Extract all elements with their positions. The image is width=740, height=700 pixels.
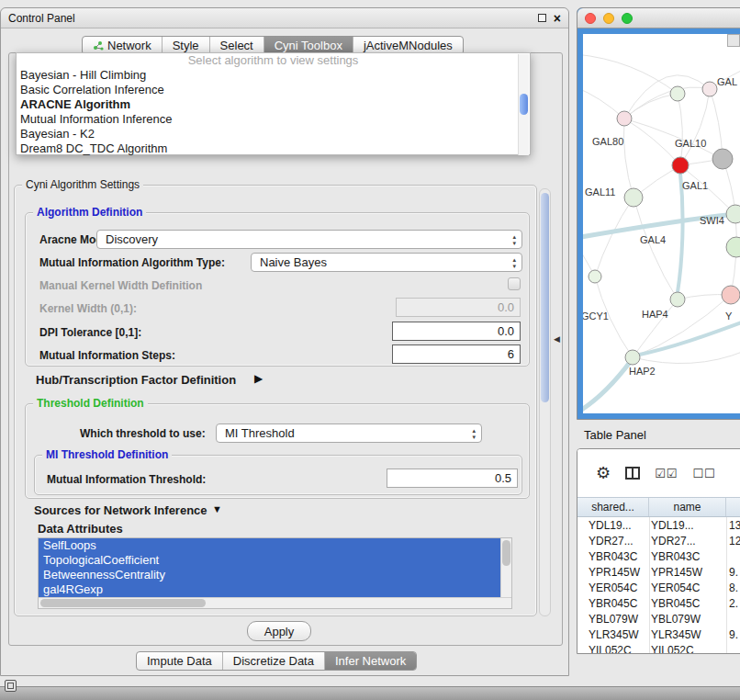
table-row[interactable]: YPR145W YPR145W 9.	[577, 564, 740, 580]
control-panel-titlebar[interactable]: Control Panel ×	[1, 8, 568, 28]
algorithm-option-selected[interactable]: ARACNE Algorithm	[17, 97, 530, 112]
network-node[interactable]	[726, 237, 740, 257]
tab-discretize-data[interactable]: Discretize Data	[222, 652, 324, 670]
apply-button[interactable]: Apply	[247, 621, 311, 641]
column-header-clipped[interactable]	[726, 498, 740, 516]
list-item[interactable]: BetweennessCentrality	[39, 568, 501, 582]
data-attributes-list[interactable]: SelfLoops TopologicalCoefficient Between…	[38, 537, 512, 609]
algorithm-option[interactable]: Basic Correlation Inference	[17, 83, 530, 97]
mi-steps-field[interactable]: 6	[392, 344, 521, 364]
node-label: HAP2	[629, 366, 656, 377]
cell: YPR145W	[577, 566, 649, 579]
node-label: GAL	[717, 76, 737, 87]
algorithm-prompt: Select algorithm to view settings	[17, 53, 530, 68]
cell: YDR27...	[649, 535, 726, 548]
table-row[interactable]: YDR27... YDR27... 12	[577, 533, 740, 548]
table-row[interactable]: YDL19... YDL19... 13	[577, 517, 740, 533]
settings-scrollbar[interactable]	[539, 188, 551, 616]
cell: YIL052C	[577, 644, 649, 655]
network-node[interactable]	[712, 149, 733, 169]
table-row[interactable]: YLR345W YLR345W 9.	[577, 627, 740, 642]
popup-scrollbar[interactable]	[518, 54, 529, 155]
cell: 9.	[726, 628, 740, 641]
gear-icon[interactable]: ⚙	[596, 465, 611, 481]
network-node[interactable]	[617, 111, 632, 126]
network-window-titlebar[interactable]	[577, 8, 740, 28]
table-row[interactable]: YBR043C YBR043C	[577, 548, 740, 564]
algorithm-option[interactable]: Mutual Information Inference	[17, 112, 530, 127]
close-traffic-light[interactable]	[585, 13, 596, 24]
scrollbar-thumb[interactable]	[541, 193, 549, 402]
kernel-width-label: Kernel Width (0,1):	[39, 302, 137, 315]
mi-threshold-label: Mutual Information Threshold:	[47, 473, 206, 486]
node-label: GAL11	[585, 186, 615, 198]
network-node[interactable]	[670, 292, 685, 307]
tab-infer-network[interactable]: Infer Network	[324, 652, 416, 670]
sources-collapse-icon[interactable]: ▼	[212, 503, 222, 514]
dpi-tolerance-label: DPI Tolerance [0,1]:	[39, 326, 141, 339]
list-horizontal-scrollbar[interactable]	[39, 597, 511, 608]
network-node[interactable]	[589, 270, 601, 283]
data-attributes-label: Data Attributes	[38, 522, 123, 536]
close-icon[interactable]: ×	[554, 13, 561, 24]
manual-kernel-label: Manual Kernel Width Definition	[39, 279, 202, 292]
network-node[interactable]	[726, 205, 740, 223]
network-node[interactable]	[672, 157, 689, 174]
kernel-width-value: 0.0	[498, 300, 514, 314]
node-label: GAL1	[682, 180, 708, 191]
network-node[interactable]	[624, 188, 643, 207]
tab-jactivemnodules-label: jActiveMNodules	[364, 39, 453, 52]
select-all-icon[interactable]: ☑☑	[655, 467, 678, 480]
control-panel-title: Control Panel	[8, 12, 75, 25]
network-node[interactable]	[722, 286, 740, 304]
manual-kernel-checkbox[interactable]	[508, 277, 521, 290]
network-node[interactable]	[702, 82, 717, 96]
tab-impute-data[interactable]: Impute Data	[137, 652, 222, 670]
list-item[interactable]: SelfLoops	[39, 538, 501, 553]
mi-threshold-field[interactable]: 0.5	[387, 469, 518, 488]
float-window-icon[interactable]	[538, 14, 546, 22]
columns-icon[interactable]	[625, 467, 640, 480]
mi-type-select[interactable]: Naive Bayes ▴ ▾	[251, 253, 522, 272]
table-row[interactable]: YBL079W YBL079W	[577, 611, 740, 627]
scrollbar-thumb[interactable]	[502, 540, 510, 566]
network-node[interactable]	[670, 86, 685, 101]
table-row[interactable]: YBR045C YBR045C 2.	[577, 595, 740, 611]
cell: YLR345W	[577, 628, 649, 641]
column-header-name[interactable]: name	[649, 498, 726, 516]
dpi-tolerance-field[interactable]: 0.0	[392, 322, 521, 341]
table-row[interactable]: YIL052C YIL052C	[577, 642, 740, 654]
cell: YIL052C	[649, 644, 726, 655]
network-highlight-edges	[583, 174, 740, 413]
zoom-traffic-light[interactable]	[622, 13, 633, 24]
table-row[interactable]: YER054C YER054C 8.	[577, 580, 740, 595]
deselect-all-icon[interactable]: ☐☐	[692, 467, 715, 480]
algorithm-option[interactable]: Dream8 DC_TDC Algorithm	[17, 141, 530, 156]
network-scrollbar-corner[interactable]	[727, 34, 740, 47]
combo-arrows-icon: ▴ ▾	[512, 233, 516, 246]
algorithm-option[interactable]: Bayesian - Hill Climbing	[17, 68, 530, 83]
collapsed-panel-icon[interactable]	[5, 680, 17, 692]
algorithm-definition-title: Algorithm Definition	[33, 206, 146, 219]
tab-style-label: Style	[173, 39, 199, 52]
scrollbar-thumb[interactable]	[520, 94, 528, 115]
list-vertical-scrollbar[interactable]	[500, 538, 511, 597]
hub-expand-icon[interactable]: ▶	[254, 372, 263, 385]
scrollbar-thumb[interactable]	[40, 599, 206, 607]
cell: YER054C	[649, 581, 726, 594]
cell: YBR043C	[649, 550, 726, 563]
list-item[interactable]: gal4RGexp	[39, 582, 501, 597]
minimize-traffic-light[interactable]	[603, 13, 614, 24]
panel-collapse-icon[interactable]: ◀	[554, 334, 560, 344]
screen: Control Panel × Network Style	[0, 0, 740, 700]
column-header-shared-name[interactable]: shared...	[577, 498, 649, 516]
checked-box-icon: ☑	[667, 467, 678, 480]
network-node[interactable]	[625, 350, 640, 365]
list-item[interactable]: TopologicalCoefficient	[39, 553, 501, 568]
algorithm-option[interactable]: Bayesian - K2	[17, 127, 530, 141]
which-threshold-select[interactable]: MI Threshold ▴ ▾	[216, 423, 482, 443]
mi-type-label: Mutual Information Algorithm Type:	[39, 256, 225, 269]
aracne-mode-select[interactable]: Discovery ▴ ▾	[96, 230, 522, 249]
network-canvas[interactable]: GAL GAL80 GAL10 GAL11 GAL1 SWI4 GAL4 GCY…	[583, 34, 740, 413]
kernel-width-field: 0.0	[396, 298, 521, 317]
